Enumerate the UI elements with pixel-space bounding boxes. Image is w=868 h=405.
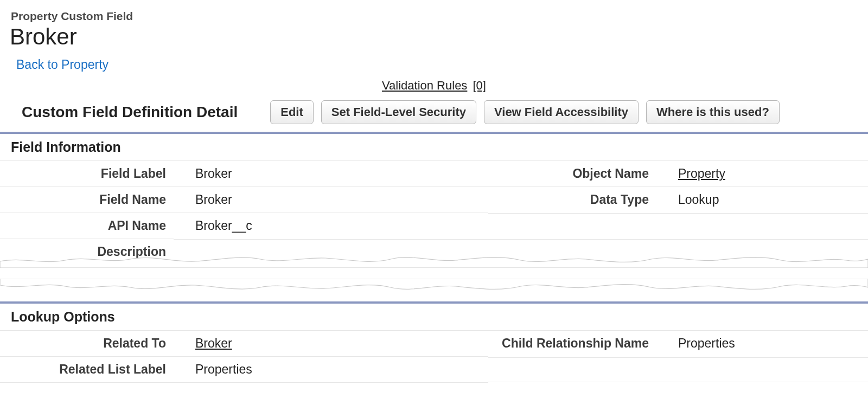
set-field-level-security-button[interactable]: Set Field-Level Security: [321, 100, 476, 124]
torn-separator: [0, 242, 868, 301]
api-name-value: Broker__c: [174, 213, 488, 239]
anchor-row: Validation Rules [0]: [0, 79, 868, 93]
lookup-options-grid: Related To Broker Child Relationship Nam…: [0, 330, 868, 383]
related-list-label-label: Related List Label: [0, 356, 174, 383]
validation-rules-link[interactable]: Validation Rules: [382, 79, 467, 92]
object-name-label: Object Name: [488, 160, 656, 187]
field-name-label: Field Name: [0, 187, 174, 213]
api-name-label: API Name: [0, 213, 174, 239]
related-to-value: Broker: [174, 330, 488, 356]
related-to-label: Related To: [0, 330, 174, 356]
edit-button[interactable]: Edit: [270, 100, 314, 124]
child-relationship-name-label: Child Relationship Name: [488, 330, 656, 356]
breadcrumb: Property Custom Field: [0, 10, 868, 23]
related-list-label-value: Properties: [174, 356, 488, 383]
empty-cell: [488, 213, 656, 238]
lookup-options-title: Lookup Options: [0, 304, 868, 330]
data-type-label: Data Type: [488, 187, 656, 213]
object-name-value: Property: [656, 160, 868, 187]
empty-cell: [488, 357, 656, 382]
field-label-label: Field Label: [0, 160, 174, 187]
view-field-accessibility-button[interactable]: View Field Accessibility: [484, 100, 639, 124]
empty-cell: [656, 357, 868, 382]
field-label-value: Broker: [174, 160, 488, 187]
field-name-value: Broker: [174, 187, 488, 213]
field-information-title: Field Information: [0, 134, 868, 160]
button-row: Edit Set Field-Level Security View Field…: [270, 100, 780, 124]
child-relationship-name-value: Properties: [656, 330, 868, 356]
where-is-this-used-button[interactable]: Where is this used?: [646, 100, 780, 124]
detail-heading: Custom Field Definition Detail: [22, 104, 238, 121]
data-type-value: Lookup: [656, 187, 868, 213]
object-name-link[interactable]: Property: [678, 166, 725, 181]
empty-cell: [656, 213, 868, 238]
related-to-link[interactable]: Broker: [195, 336, 232, 351]
page-title: Broker: [0, 24, 868, 50]
back-to-property-link[interactable]: Back to Property: [0, 57, 108, 72]
validation-rules-count: [0]: [473, 79, 486, 92]
